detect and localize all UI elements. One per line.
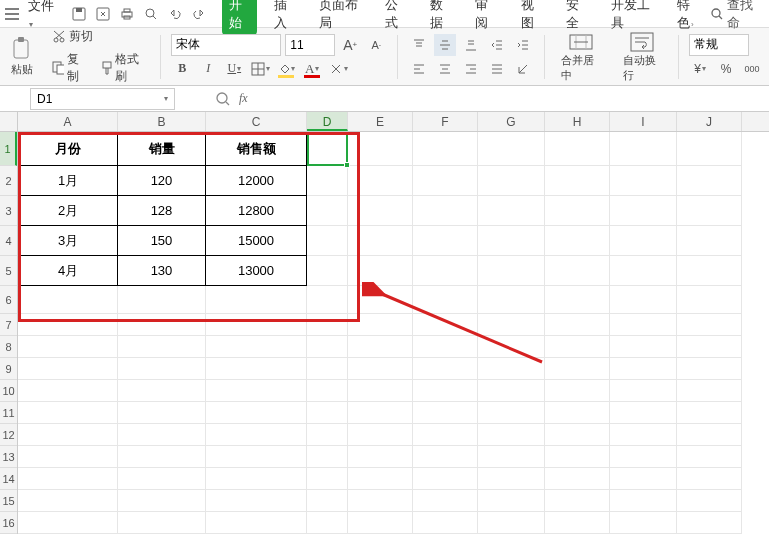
cell-E4[interactable] — [348, 226, 413, 256]
cell-H14[interactable] — [545, 468, 610, 490]
cell-C9[interactable] — [206, 358, 307, 380]
cell-H3[interactable] — [545, 196, 610, 226]
cell-C2[interactable]: 12000 — [206, 166, 307, 196]
cell-F16[interactable] — [413, 512, 478, 534]
cell-G15[interactable] — [478, 490, 545, 512]
row-header-10[interactable]: 10 — [0, 380, 17, 402]
cell-A1[interactable]: 月份 — [18, 132, 118, 166]
cell-C15[interactable] — [206, 490, 307, 512]
column-header-F[interactable]: F — [413, 112, 478, 131]
cell-B9[interactable] — [118, 358, 206, 380]
cell-G3[interactable] — [478, 196, 545, 226]
cell-E13[interactable] — [348, 446, 413, 468]
format-painter-button[interactable]: 格式刷 — [96, 49, 150, 87]
clear-format-button[interactable]: ▾ — [327, 58, 349, 80]
increase-font-icon[interactable]: A+ — [339, 34, 361, 56]
cell-E12[interactable] — [348, 424, 413, 446]
cell-H16[interactable] — [545, 512, 610, 534]
cell-A16[interactable] — [18, 512, 118, 534]
cell-F6[interactable] — [413, 286, 478, 314]
percent-icon[interactable]: % — [715, 58, 737, 80]
cell-B8[interactable] — [118, 336, 206, 358]
cell-H1[interactable] — [545, 132, 610, 166]
cell-A4[interactable]: 3月 — [18, 226, 118, 256]
cell-B15[interactable] — [118, 490, 206, 512]
cell-A8[interactable] — [18, 336, 118, 358]
cell-F12[interactable] — [413, 424, 478, 446]
hamburger-icon[interactable] — [4, 5, 20, 23]
decrease-indent-icon[interactable] — [486, 34, 508, 56]
cell-D1[interactable] — [307, 132, 348, 166]
tab-features[interactable]: 特色› — [670, 0, 708, 35]
cell-G5[interactable] — [478, 256, 545, 286]
row-header-14[interactable]: 14 — [0, 468, 17, 490]
row-header-15[interactable]: 15 — [0, 490, 17, 512]
align-center-icon[interactable] — [434, 58, 456, 80]
cell-E9[interactable] — [348, 358, 413, 380]
tab-data[interactable]: 数据 — [423, 0, 458, 35]
tab-review[interactable]: 审阅 — [468, 0, 503, 35]
cell-C13[interactable] — [206, 446, 307, 468]
cell-I12[interactable] — [610, 424, 677, 446]
row-header-1[interactable]: 1 — [0, 132, 17, 166]
row-header-16[interactable]: 16 — [0, 512, 17, 534]
fill-color-button[interactable]: ▾ — [275, 58, 297, 80]
spreadsheet-grid[interactable]: ABCDEFGHIJ 12345678910111213141516 月份销量销… — [0, 112, 769, 536]
cell-B2[interactable]: 120 — [118, 166, 206, 196]
justify-icon[interactable] — [486, 58, 508, 80]
cell-G6[interactable] — [478, 286, 545, 314]
cell-B13[interactable] — [118, 446, 206, 468]
row-header-3[interactable]: 3 — [0, 196, 17, 226]
cell-J12[interactable] — [677, 424, 742, 446]
number-format-select[interactable] — [689, 34, 749, 56]
cell-G13[interactable] — [478, 446, 545, 468]
cell-F7[interactable] — [413, 314, 478, 336]
cell-F11[interactable] — [413, 402, 478, 424]
tab-view[interactable]: 视图 — [514, 0, 549, 35]
align-top-icon[interactable] — [408, 34, 430, 56]
cell-J6[interactable] — [677, 286, 742, 314]
cell-I15[interactable] — [610, 490, 677, 512]
cell-E5[interactable] — [348, 256, 413, 286]
cell-D14[interactable] — [307, 468, 348, 490]
align-middle-icon[interactable] — [434, 34, 456, 56]
cell-B4[interactable]: 150 — [118, 226, 206, 256]
cell-J16[interactable] — [677, 512, 742, 534]
cell-I3[interactable] — [610, 196, 677, 226]
column-header-I[interactable]: I — [610, 112, 677, 131]
cell-E3[interactable] — [348, 196, 413, 226]
cell-C11[interactable] — [206, 402, 307, 424]
cells-area[interactable]: 月份销量销售额1月120120002月128128003月150150004月1… — [18, 132, 742, 534]
cell-E6[interactable] — [348, 286, 413, 314]
cell-C7[interactable] — [206, 314, 307, 336]
font-color-button[interactable]: A▾ — [301, 58, 323, 80]
column-header-G[interactable]: G — [478, 112, 545, 131]
cell-C5[interactable]: 13000 — [206, 256, 307, 286]
select-all-corner[interactable] — [0, 112, 18, 132]
cell-C16[interactable] — [206, 512, 307, 534]
cell-J7[interactable] — [677, 314, 742, 336]
wrap-text-button[interactable]: 自动换行 — [617, 29, 669, 85]
row-header-11[interactable]: 11 — [0, 402, 17, 424]
cell-B14[interactable] — [118, 468, 206, 490]
cell-E1[interactable] — [348, 132, 413, 166]
cell-I10[interactable] — [610, 380, 677, 402]
decrease-font-icon[interactable]: A- — [365, 34, 387, 56]
cell-D16[interactable] — [307, 512, 348, 534]
column-header-J[interactable]: J — [677, 112, 742, 131]
cell-F14[interactable] — [413, 468, 478, 490]
cell-C10[interactable] — [206, 380, 307, 402]
cell-I11[interactable] — [610, 402, 677, 424]
cell-I7[interactable] — [610, 314, 677, 336]
cell-A14[interactable] — [18, 468, 118, 490]
cell-F10[interactable] — [413, 380, 478, 402]
cell-E14[interactable] — [348, 468, 413, 490]
cell-J14[interactable] — [677, 468, 742, 490]
cell-J13[interactable] — [677, 446, 742, 468]
cell-A6[interactable] — [18, 286, 118, 314]
print-icon[interactable] — [118, 5, 136, 23]
cell-A11[interactable] — [18, 402, 118, 424]
cut-button[interactable]: 剪切 — [48, 26, 150, 47]
align-right-icon[interactable] — [460, 58, 482, 80]
cell-B12[interactable] — [118, 424, 206, 446]
